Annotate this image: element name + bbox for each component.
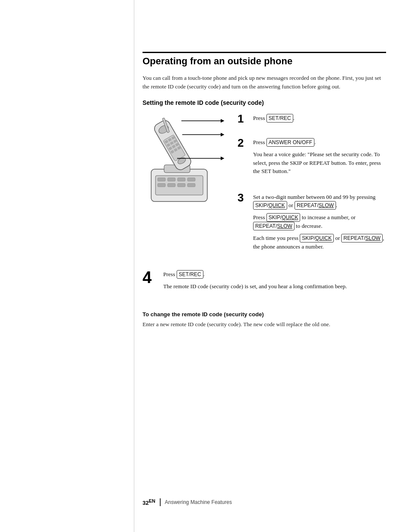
step-3-button2: REPEAT/SLOW [295,201,336,210]
steps-area: 1 Press SET/REC. 2 Press ANSWER ON/OFF. … [229,113,386,261]
steps-with-image: 1 Press SET/REC. 2 Press ANSWER ON/OFF. … [143,113,386,261]
step-3-button1: SKIP/QUICK [253,201,287,210]
top-rule [143,52,386,53]
step-1-text: Press [253,115,266,121]
step-3-number: 3 [238,192,250,203]
page: Operating from an outside phone You can … [0,0,412,532]
svg-rect-8 [177,183,185,187]
footer: 32EN Answering Machine Features [143,498,386,506]
footer-separator [160,498,161,506]
step-2-text: Press [253,139,266,145]
footer-label: Answering Machine Features [165,499,232,505]
change-section-text: Enter a new remote ID code (security cod… [143,320,386,329]
step-1: 1 Press SET/REC. [238,113,386,124]
step-4-period: . [203,271,205,277]
step-3-extra1: Press SKIP/QUICK to increase a number, o… [253,213,386,230]
step-3-content: Set a two-digit number between 00 and 99… [253,192,386,255]
margin-line [134,0,134,532]
step-3-skip-quick-1: SKIP/QUICK [266,213,301,222]
step-3-repeat-slow-1: REPEAT/SLOW [253,222,295,230]
svg-rect-4 [177,178,185,181]
svg-rect-3 [168,178,175,181]
step-3-extra2: Each time you press SKIP/QUICK or REPEAT… [253,234,386,251]
step-2: 2 Press ANSWER ON/OFF. You hear a voice … [238,137,386,179]
step-3: 3 Set a two-digit number between 00 and … [238,192,386,255]
step-2-button: ANSWER ON/OFF [266,138,314,147]
footer-page-number: 32EN [143,498,155,506]
step-4-content: Press SET/REC. The remote ID code (secur… [163,269,347,294]
step-3-skip-quick-2: SKIP/QUICK [300,234,334,242]
section-title: Operating from an outside phone [143,56,386,67]
svg-rect-7 [168,183,175,187]
step-2-number: 2 [238,137,250,148]
content-area: Operating from an outside phone You can … [143,0,386,329]
step-4-main: Press SET/REC. [163,270,347,279]
footer-superscript: EN [149,498,155,504]
step-3-main: Set a two-digit number between 00 and 99… [253,193,386,210]
svg-rect-6 [158,183,165,187]
change-section-title: To change the remote ID code (security c… [143,311,386,318]
svg-rect-9 [187,183,195,187]
step-1-period: . [293,115,295,121]
svg-rect-5 [187,178,195,181]
step-4-button: SET/REC [177,270,203,279]
phone-image-area [143,113,229,261]
step-2-content: Press ANSWER ON/OFF. You hear a voice gu… [253,137,386,179]
step-2-period: . [314,139,316,145]
step-2-detail: You hear a voice guide: "Please set the … [253,150,386,176]
step-4-detail: The remote ID code (security code) is se… [163,282,347,291]
step-4: 4 Press SET/REC. The remote ID code (sec… [143,269,386,294]
step-1-content: Press SET/REC. [253,113,295,123]
step-4-number: 4 [143,269,160,286]
phone-illustration [143,113,227,208]
step-3-repeat-slow-2: REPEAT/SLOW [341,234,383,242]
step-1-button: SET/REC [266,114,293,123]
intro-text: You can call from a touch-tone phone and… [143,74,386,91]
subsection-title: Setting the remote ID code (security cod… [143,99,386,106]
step-4-press: Press [163,271,177,277]
step-1-number: 1 [238,113,250,124]
change-section: To change the remote ID code (security c… [143,311,386,329]
step-2-main: Press ANSWER ON/OFF. [253,138,386,147]
svg-rect-2 [158,178,165,181]
